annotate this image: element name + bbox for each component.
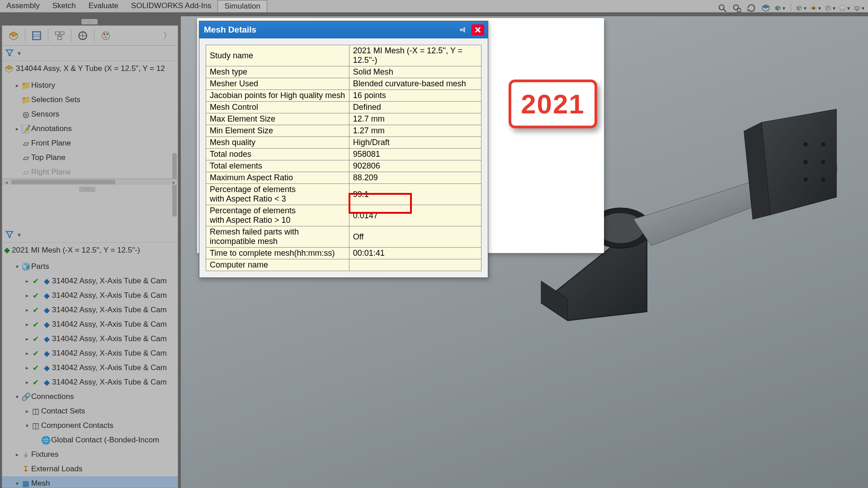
tab-simulation[interactable]: Simulation [217,0,267,12]
mesh-row-key: Max Element Size [206,113,349,125]
display-style-icon[interactable]: ▼ [796,2,807,14]
tree-item-part-instance[interactable]: ▸✔◆314042 Assy, X-Axis Tube & Cam [2,332,178,346]
mesh-row-value: 12.7 mm [349,113,481,125]
tree-item-label: Top Plane [31,153,66,162]
tree-item-label: Fixtures [31,450,58,459]
svg-rect-14 [856,10,858,11]
mesh-row-key: Maximum Aspect Ratio [206,172,349,184]
tree-item-label: 314042 Assy, X-Axis Tube & Cam [52,291,167,300]
configuration-manager-tab[interactable] [51,28,68,43]
study-tree: ▾🧊Parts ▸✔◆314042 Assy, X-Axis Tube & Ca… [2,258,178,488]
tree-item-part-instance[interactable]: ▸✔◆314042 Assy, X-Axis Tube & Cam [2,303,178,317]
plane-icon: ▱ [20,168,31,177]
tree-item-contact-sets[interactable]: ▸◫Contact Sets [2,404,178,418]
svg-point-33 [803,142,808,147]
mesh-row-value: High/Draft [349,137,481,149]
scroll-left-icon[interactable]: ◂ [2,179,10,185]
close-button[interactable]: ✕ [472,24,484,35]
feature-manager-tab[interactable] [5,28,22,43]
scrollbar-thumb[interactable] [11,180,115,184]
tree-item-component-contacts[interactable]: ▾◫Component Contacts [2,418,178,433]
svg-point-2 [734,5,739,10]
svg-rect-19 [60,32,64,35]
section-view-icon[interactable] [760,2,772,14]
tree-item-parts[interactable]: ▾🧊Parts [2,259,178,274]
feature-manager-panel: 〉 ▼ 314044 Assy, X & Y Tube (X = 12.5", … [2,25,178,488]
sensor-icon: ◎ [20,110,31,119]
svg-point-9 [829,8,830,9]
view-settings-icon[interactable]: ▼ [854,2,865,14]
tree-item-part-instance[interactable]: ▸✔◆314042 Assy, X-Axis Tube & Cam [2,274,178,288]
study-filter-bar: ▼ [2,227,178,243]
study-tree-root[interactable]: ◆ 2021 MI Mesh (-X = 12.5", Y = 12.5"-) [2,243,178,258]
tree-item[interactable]: ▱Top Plane [2,150,178,165]
external-loads-icon: ↧ [20,465,31,474]
tab-evaluate[interactable]: Evaluate [82,0,125,12]
manager-pane-tabs: 〉 [2,26,178,46]
horizontal-scrollbar[interactable]: ◂ ▸ [2,178,178,185]
dimxpert-manager-tab[interactable] [74,28,91,43]
scroll-right-icon[interactable]: ▸ [170,179,178,185]
feature-tree-root[interactable]: 314044 Assy, X & Y Tube (X = 12.5", Y = … [2,61,178,76]
tree-item-external-loads[interactable]: ↧External Loads [2,462,178,476]
annotation-icon: 📝 [20,124,31,134]
panel-drag-handle[interactable]: ⋯ [81,19,98,24]
mesh-row-key: Min Element Size [206,125,349,137]
tree-item[interactable]: ▱Front Plane [2,136,178,150]
tree-item[interactable]: ▸📁History [2,78,178,93]
filter-dropdown-icon[interactable]: ▼ [17,232,22,238]
display-manager-tab[interactable] [97,28,114,43]
tree-item[interactable]: ◎Sensors [2,107,178,122]
tree-item-label: 314042 Assy, X-Axis Tube & Cam [52,320,167,329]
mesh-row-key: Percentage of elementswith Aspect Ratio … [206,205,349,226]
svg-point-27 [104,33,105,35]
mesh-row-value: Solid Mesh [349,66,481,78]
filter-icon[interactable] [5,48,15,58]
mesh-row-key: Remesh failed parts with incompatible me… [206,226,349,248]
mesh-row-value: 958081 [349,149,481,160]
tree-item-fixtures[interactable]: ▸⏚Fixtures [2,447,178,462]
tree-item-mesh[interactable]: ▾▦Mesh [2,476,178,488]
filter-dropdown-icon[interactable]: ▼ [17,51,22,56]
panel-drag-handle[interactable]: ⋯ [79,187,95,192]
mesh-row-value: 16 points [349,90,481,102]
tree-item-label: Connections [31,392,74,401]
tree-item-connections[interactable]: ▾🔗Connections [2,389,178,404]
property-manager-tab[interactable] [28,28,45,43]
previous-view-icon[interactable] [745,2,757,14]
filter-bar: ▼ [2,46,178,61]
hide-show-items-icon[interactable]: ▼ [810,2,822,14]
tree-item-part-instance[interactable]: ▸✔◆314042 Assy, X-Axis Tube & Cam [2,361,178,375]
tree-item-part-instance[interactable]: ▸✔◆314042 Assy, X-Axis Tube & Cam [2,375,178,389]
svg-point-29 [105,36,107,38]
pin-icon[interactable] [456,24,469,35]
applied-material-icon: ✔ [30,291,41,300]
svg-line-21 [57,34,60,36]
applied-material-icon: ✔ [30,334,41,344]
solid-body-icon: ◆ [41,378,52,387]
zoom-to-fit-icon[interactable] [717,2,728,14]
tree-item[interactable]: ▸📝Annotations [2,122,178,136]
apply-scene-icon[interactable]: ▼ [839,2,851,14]
tree-item-label: Annotations [31,124,72,133]
contact-sets-icon: ◫ [30,407,41,416]
tree-item-part-instance[interactable]: ▸✔◆314042 Assy, X-Axis Tube & Cam [2,288,178,303]
tab-assembly[interactable]: Assembly [0,0,46,12]
tab-addins[interactable]: SOLIDWORKS Add-Ins [125,0,218,12]
tree-item-global-contact[interactable]: 🌐Global Contact (-Bonded-Incom [2,433,178,447]
tree-item-part-instance[interactable]: ▸✔◆314042 Assy, X-Axis Tube & Cam [2,317,178,332]
filter-icon[interactable] [5,230,15,240]
tree-item-label: 314042 Assy, X-Axis Tube & Cam [52,349,167,358]
tree-item[interactable]: ▱Right Plane [2,165,178,179]
tree-item[interactable]: 📁Selection Sets [2,93,178,107]
view-orientation-icon[interactable]: ▼ [774,2,786,14]
edit-appearance-icon[interactable]: ▼ [825,2,836,14]
zoom-to-area-icon[interactable] [731,2,743,14]
dialog-titlebar[interactable]: Mesh Details ✕ [199,21,488,38]
manager-pane-expand[interactable]: 〉 [160,30,175,41]
tree-item-label: 314042 Assy, X-Axis Tube & Cam [52,363,167,372]
svg-point-8 [828,6,830,8]
mesh-row-value: 1.27 mm [349,125,481,137]
tab-sketch[interactable]: Sketch [46,0,82,12]
tree-item-part-instance[interactable]: ▸✔◆314042 Assy, X-Axis Tube & Cam [2,346,178,361]
